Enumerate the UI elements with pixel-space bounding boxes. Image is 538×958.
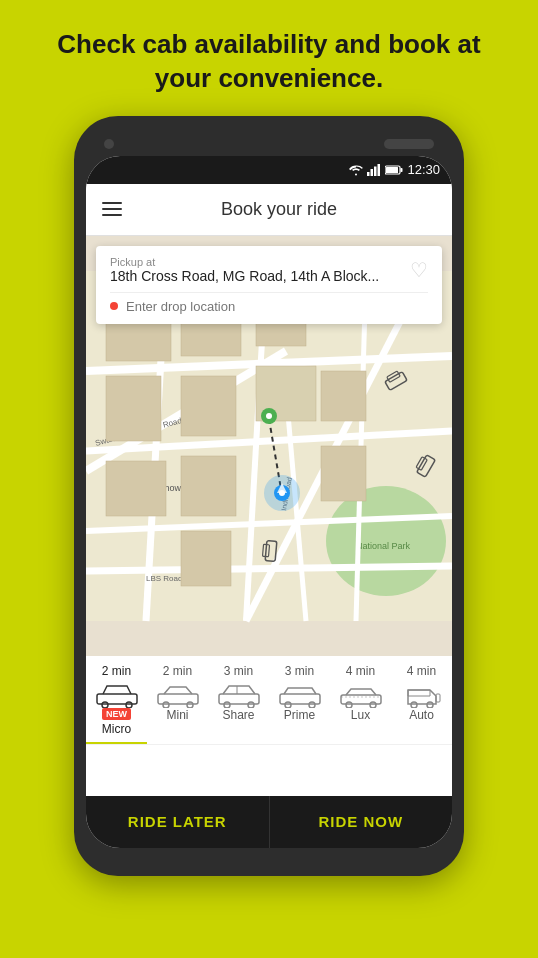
micro-car-icon [95,682,139,708]
mini-name: Mini [166,708,188,722]
svg-rect-33 [181,531,231,586]
battery-icon [385,164,403,176]
svg-rect-0 [367,172,370,176]
page-title: Book your ride [122,199,436,220]
svg-rect-2 [374,166,377,176]
ride-option-share[interactable]: 3 min Share [208,664,269,744]
status-bar: 12:30 [86,156,452,184]
ride-option-lux[interactable]: 4 min Lux [330,664,391,744]
svg-rect-6 [401,168,403,172]
micro-name: Micro [102,722,131,736]
auto-time: 4 min [407,664,436,678]
front-camera [104,139,114,149]
clock: 12:30 [407,162,440,177]
top-nav-bar: Book your ride [86,184,452,236]
svg-point-52 [126,702,132,708]
svg-rect-32 [106,461,166,516]
speaker [384,139,434,149]
ride-options-panel: 2 min NEW Micro 2 m [86,656,452,796]
svg-rect-35 [321,446,366,501]
ride-now-button[interactable]: RIDE NOW [270,796,453,848]
ride-option-auto[interactable]: 4 min Auto [391,664,452,744]
hamburger-menu[interactable] [102,202,122,216]
lux-car-icon [339,682,383,708]
pickup-label: Pickup at [110,256,402,268]
share-car-icon [217,682,261,708]
share-name: Share [222,708,254,722]
signal-icon [367,164,381,176]
svg-rect-34 [321,371,366,421]
svg-text:National Park: National Park [356,541,411,551]
svg-point-51 [102,702,108,708]
new-badge: NEW [102,708,131,720]
ride-option-mini[interactable]: 2 min Mini [147,664,208,744]
bottom-actions-bar: RIDE LATER RIDE NOW [86,796,452,848]
svg-rect-5 [386,167,398,173]
svg-point-45 [266,413,272,419]
phone-screen: 12:30 Book your ride National Park [86,156,452,848]
prime-time: 3 min [285,664,314,678]
svg-rect-3 [378,164,381,176]
ride-option-prime[interactable]: 3 min Prime [269,664,330,744]
pickup-address: 18th Cross Road, MG Road, 14th A Block..… [110,268,402,284]
svg-point-65 [370,702,376,708]
auto-car-icon [400,682,444,708]
svg-line-19 [86,566,452,571]
phone-frame: 12:30 Book your ride National Park [74,116,464,876]
promo-text: Check cab availability and book at your … [0,0,538,116]
share-time: 3 min [224,664,253,678]
drop-location-input[interactable] [126,299,428,314]
svg-rect-31 [181,456,236,516]
status-icons: 12:30 [349,162,440,177]
micro-time: 2 min [102,664,131,678]
lux-time: 4 min [346,664,375,678]
prime-car-icon [278,682,322,708]
map-area[interactable]: National Park Swami Vivekanand Road M [86,236,452,656]
svg-rect-27 [181,376,236,436]
mini-time: 2 min [163,664,192,678]
mini-car-icon [156,682,200,708]
lux-name: Lux [351,708,370,722]
svg-rect-1 [371,169,374,176]
wifi-icon [349,164,363,176]
location-card: Pickup at 18th Cross Road, MG Road, 14th… [96,246,442,324]
ride-later-button[interactable]: RIDE LATER [86,796,270,848]
auto-name: Auto [409,708,434,722]
svg-rect-29 [106,376,161,441]
ride-options-row: 2 min NEW Micro 2 m [86,656,452,745]
svg-text:LBS Road: LBS Road [146,574,182,583]
drop-dot [110,302,118,310]
prime-name: Prime [284,708,315,722]
ride-option-micro[interactable]: 2 min NEW Micro [86,664,147,744]
heart-icon[interactable]: ♡ [410,258,428,282]
